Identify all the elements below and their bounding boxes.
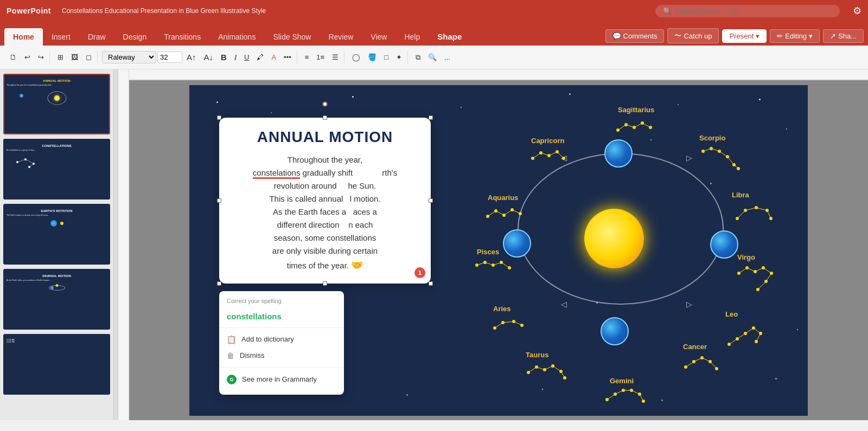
tab-transitions[interactable]: Transitions — [155, 28, 209, 46]
outline-button[interactable]: □ — [381, 51, 392, 63]
slide-thumb-4[interactable]: DIURNAL MOTION As the Earth orbits, your… — [3, 269, 110, 330]
handle-ml[interactable] — [217, 198, 221, 203]
arrange-button[interactable]: ⧉ — [412, 51, 424, 64]
spell-suggestion[interactable]: constellations — [219, 308, 344, 324]
svg-line-105 — [561, 371, 565, 378]
effects-button[interactable]: ✦ — [393, 51, 405, 63]
tab-draw[interactable]: Draw — [79, 28, 114, 46]
scorpio-stars — [700, 146, 744, 173]
align-button[interactable]: ☰ — [329, 51, 342, 63]
slide-thumb-3[interactable]: EARTH'S ROTATION The Earth rotates on it… — [3, 204, 110, 265]
svg-line-42 — [488, 211, 496, 216]
svg-line-6 — [29, 164, 34, 167]
decrease-font-button[interactable]: A↓ — [201, 50, 217, 64]
share-button[interactable]: ↗ Sha... — [823, 29, 864, 43]
search-icon: 🔍 — [663, 7, 672, 15]
handle-tm[interactable] — [323, 115, 327, 120]
bold-button[interactable]: B — [218, 50, 230, 64]
handle-tl[interactable] — [217, 115, 221, 120]
popup-divider-1 — [219, 327, 344, 328]
svg-line-91 — [737, 333, 745, 339]
comment-badge: 1 — [414, 267, 425, 278]
dismiss-item[interactable]: 🗑 Dismiss — [219, 348, 344, 364]
arrow-3: ◁ — [561, 300, 567, 308]
comment-icon: 💬 — [612, 32, 621, 40]
zoom-button[interactable]: 🔍 — [425, 51, 440, 63]
svg-line-102 — [537, 367, 545, 370]
slide-thumb-5[interactable]: 12:00 AM 12:00 PM — [3, 334, 110, 395]
bullets-button[interactable]: ≡ — [302, 51, 312, 63]
svg-line-14 — [626, 125, 634, 127]
popup-divider-2 — [219, 367, 344, 368]
new-button[interactable]: 🗋 — [7, 51, 20, 63]
svg-line-111 — [686, 362, 694, 367]
redo-button[interactable]: ↪ — [35, 51, 47, 63]
handle-br[interactable] — [429, 281, 433, 286]
taurus-stars — [526, 362, 569, 383]
slide-thumb-2[interactable]: CONSTELLATIONS A constellation is a grou… — [3, 139, 110, 200]
grammarly-icon: G — [227, 375, 237, 384]
svg-line-125 — [640, 394, 643, 401]
dismiss-icon: 🗑 — [227, 351, 234, 360]
add-to-dictionary-item[interactable]: 📋 Add to dictionary — [219, 331, 344, 348]
shapes2-button[interactable]: ◯ — [349, 51, 363, 63]
svg-line-82 — [503, 321, 514, 323]
tab-slideshow[interactable]: Slide Show — [264, 28, 320, 46]
more-button[interactable]: ... — [441, 51, 454, 63]
svg-line-114 — [710, 362, 717, 369]
image-button[interactable]: 🖼 — [68, 51, 81, 63]
comments-button[interactable]: 💬 Comments — [605, 29, 665, 43]
svg-line-53 — [756, 208, 767, 210]
font-color-button[interactable]: A — [268, 51, 279, 63]
editing-button[interactable]: ✏ Editing ▾ — [770, 29, 820, 43]
rotate-handle[interactable] — [322, 101, 328, 107]
numbering-button[interactable]: 1≡ — [313, 51, 328, 63]
present-button[interactable]: Present ▾ — [722, 29, 767, 43]
svg-line-73 — [755, 268, 763, 272]
highlight-button[interactable]: 🖍 — [253, 51, 267, 63]
tab-review[interactable]: Review — [320, 28, 362, 46]
slide-panel: ANNUAL MOTION Throughout the year the co… — [0, 69, 114, 420]
catchup-button[interactable]: 〜 Catch up — [667, 28, 719, 43]
tab-animations[interactable]: Animations — [209, 28, 264, 46]
popup-header: Correct your spelling — [219, 298, 344, 308]
settings-icon[interactable]: ⚙ — [853, 5, 861, 17]
handle-tr[interactable] — [429, 115, 433, 120]
font-family-select[interactable]: Raleway — [102, 51, 156, 63]
tab-insert[interactable]: Insert — [43, 28, 79, 46]
grammarly-item[interactable]: G See more in Grammarly — [219, 371, 344, 388]
svg-line-72 — [747, 268, 755, 272]
more-text-button[interactable]: ••• — [280, 51, 295, 63]
toolbar: 🗋 ↩ ↪ ⊞ 🖼 ◻ Raleway A↑ A↓ B I U 🖍 A ••• … — [0, 46, 868, 69]
slide-thumb-1[interactable]: ANNUAL MOTION Throughout the year the co… — [3, 74, 110, 134]
canvas-area[interactable]: ANNUAL MOTION Throughout the year, const… — [129, 69, 868, 420]
toolbar-format-group: ⊞ 🖼 ◻ — [52, 51, 98, 63]
handle-bl[interactable] — [217, 281, 221, 286]
svg-line-62 — [493, 262, 501, 265]
increase-font-button[interactable]: A↑ — [183, 50, 200, 64]
tab-design[interactable]: Design — [114, 28, 156, 46]
tab-shape[interactable]: Shape — [429, 28, 470, 46]
app-name: PowerPoint — [7, 7, 51, 15]
handle-bm[interactable] — [323, 281, 327, 286]
undo-button[interactable]: ↩ — [21, 51, 34, 63]
tab-home[interactable]: Home — [4, 28, 43, 46]
font-size-input[interactable] — [157, 52, 182, 63]
svg-line-81 — [495, 323, 503, 328]
svg-line-74 — [763, 268, 771, 273]
svg-line-63 — [501, 262, 509, 268]
tab-view[interactable]: View — [362, 28, 395, 46]
handle-mr[interactable] — [429, 198, 433, 203]
sagittarius-stars — [612, 117, 656, 138]
svg-line-124 — [631, 390, 640, 394]
shapes-button[interactable]: ◻ — [82, 51, 95, 63]
slide-layout-button[interactable]: ⊞ — [54, 51, 67, 63]
underline-button[interactable]: U — [241, 51, 252, 63]
search-input[interactable] — [675, 7, 832, 15]
earth-bottom — [601, 317, 629, 345]
scroll-handle[interactable] — [114, 69, 118, 420]
toolbar-font-group: Raleway A↑ A↓ B I U 🖍 A ••• — [100, 50, 297, 64]
italic-button[interactable]: I — [231, 50, 240, 64]
fill-button[interactable]: 🪣 — [365, 51, 380, 63]
tab-help[interactable]: Help — [395, 28, 429, 46]
